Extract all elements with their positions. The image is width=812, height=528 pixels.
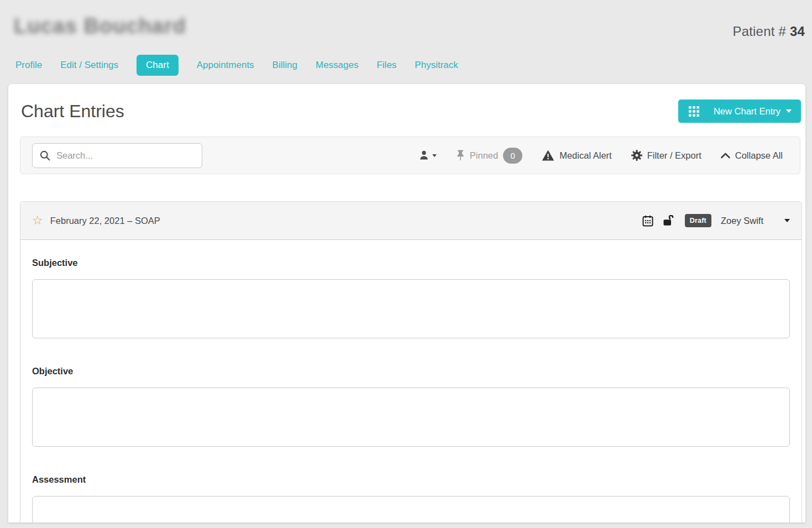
tab-files[interactable]: Files xyxy=(376,60,396,71)
filter-export-label: Filter / Export xyxy=(647,150,701,161)
pinned-label: Pinned xyxy=(470,150,498,161)
pin-icon xyxy=(456,150,465,161)
person-icon xyxy=(419,150,430,161)
tab-billing[interactable]: Billing xyxy=(273,60,297,71)
medical-alert-button[interactable]: Medical Alert xyxy=(542,150,611,161)
section-label: Objective xyxy=(32,366,790,377)
section-objective: Objective xyxy=(32,366,790,447)
section-label: Assessment xyxy=(32,474,790,485)
patient-name: Lucas Bouchard xyxy=(14,14,186,38)
patient-tabs: Profile Edit / Settings Chart Appointmen… xyxy=(15,55,458,76)
entries-toolbar: Pinned 0 Medical Alert xyxy=(20,137,800,174)
tab-physitrack[interactable]: Physitrack xyxy=(415,60,458,71)
chart-entry: ☆ February 22, 2021 – SOAP xyxy=(20,201,802,522)
card-header: Chart Entries New Chart Entry xyxy=(21,98,801,124)
tab-chart[interactable]: Chart xyxy=(137,55,179,76)
new-chart-entry-label: New Chart Entry xyxy=(714,106,780,117)
pinned-filter-button[interactable]: Pinned 0 xyxy=(456,148,522,164)
unlock-icon[interactable] xyxy=(663,215,675,226)
search-icon xyxy=(40,150,50,161)
filter-export-button[interactable]: Filter / Export xyxy=(631,150,701,161)
search-box[interactable] xyxy=(32,143,202,168)
tab-messages[interactable]: Messages xyxy=(316,60,358,71)
new-chart-entry-button[interactable]: New Chart Entry xyxy=(678,100,801,123)
tab-edit-settings[interactable]: Edit / Settings xyxy=(60,60,118,71)
calendar-icon[interactable] xyxy=(642,215,653,227)
entry-author: Zoey Swift xyxy=(721,216,763,226)
staff-filter-button[interactable] xyxy=(419,150,437,161)
page-title: Chart Entries xyxy=(21,101,124,122)
collapse-all-button[interactable]: Collapse All xyxy=(721,150,783,161)
subjective-textarea[interactable] xyxy=(32,279,790,338)
chart-entries-card: Chart Entries New Chart Entry xyxy=(8,84,805,522)
section-subjective: Subjective xyxy=(32,258,790,338)
patient-number: Patient # 34 xyxy=(732,24,805,39)
warning-triangle-icon xyxy=(542,150,554,161)
chart-entry-header-actions: Draft Zoey Swift xyxy=(642,214,790,227)
chevron-down-icon xyxy=(784,219,790,222)
toolbar-actions: Pinned 0 Medical Alert xyxy=(419,148,783,164)
star-icon[interactable]: ☆ xyxy=(32,215,43,227)
patient-number-value: 34 xyxy=(790,24,805,39)
section-label: Subjective xyxy=(32,258,790,268)
chart-entry-header[interactable]: ☆ February 22, 2021 – SOAP xyxy=(20,202,801,240)
patient-number-label: Patient # xyxy=(732,24,786,39)
chevron-down-icon xyxy=(786,109,792,113)
tab-profile[interactable]: Profile xyxy=(15,60,42,71)
chevron-down-icon xyxy=(432,154,437,157)
section-assessment: Assessment xyxy=(32,474,790,522)
collapse-all-label: Collapse All xyxy=(735,150,783,161)
chart-entry-title: February 22, 2021 – SOAP xyxy=(50,216,160,226)
chart-entry-body: Subjective Objective Assessment xyxy=(20,240,801,522)
grid-icon xyxy=(689,106,699,117)
pinned-count-badge: 0 xyxy=(503,148,522,164)
chevron-up-icon xyxy=(721,153,730,159)
search-input[interactable] xyxy=(56,150,195,161)
objective-textarea[interactable] xyxy=(32,388,790,447)
entry-menu-button[interactable] xyxy=(784,219,790,222)
gear-icon xyxy=(631,150,642,161)
assessment-textarea[interactable] xyxy=(32,496,790,522)
status-badge: Draft xyxy=(685,214,711,227)
tab-appointments[interactable]: Appointments xyxy=(197,60,254,71)
medical-alert-label: Medical Alert xyxy=(559,150,611,161)
